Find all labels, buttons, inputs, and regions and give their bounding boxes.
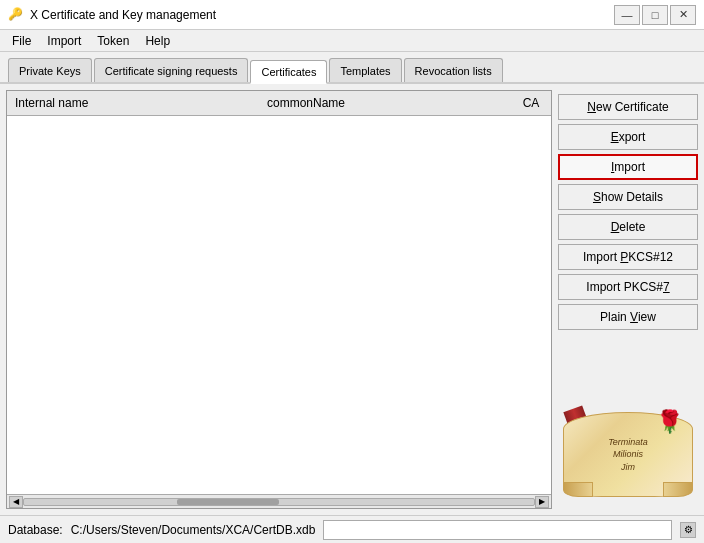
rose-icon: 🌹 bbox=[656, 409, 683, 435]
show-details-button[interactable]: Show Details bbox=[558, 184, 698, 210]
database-label: Database: bbox=[8, 523, 63, 537]
col-ca: CA bbox=[511, 94, 551, 112]
scroll-left-arrow[interactable]: ◀ bbox=[9, 496, 23, 508]
maximize-button[interactable]: □ bbox=[642, 5, 668, 25]
status-input[interactable] bbox=[323, 520, 672, 540]
logo-area: Terminata Milionis Jim 🌹 bbox=[558, 334, 698, 505]
app-icon: 🔑 bbox=[8, 7, 24, 23]
plain-view-button[interactable]: Plain View bbox=[558, 304, 698, 330]
scroll-text: Terminata Milionis Jim bbox=[608, 436, 648, 474]
col-internal-name: Internal name bbox=[7, 94, 259, 112]
tab-private-keys[interactable]: Private Keys bbox=[8, 58, 92, 82]
title-bar: 🔑 X Certificate and Key management — □ ✕ bbox=[0, 0, 704, 30]
import-pkcs7-button[interactable]: Import PKCS#7 bbox=[558, 274, 698, 300]
database-path: C:/Users/Steven/Documents/XCA/CertDB.xdb bbox=[71, 523, 316, 537]
tab-certificates[interactable]: Certificates bbox=[250, 60, 327, 84]
scroll-curl-right bbox=[663, 482, 693, 497]
table-header: Internal name commonName CA bbox=[7, 91, 551, 116]
new-certificate-button[interactable]: New Certificate bbox=[558, 94, 698, 120]
horizontal-scrollbar[interactable]: ◀ ▶ bbox=[7, 494, 551, 508]
scroll-thumb[interactable] bbox=[177, 499, 279, 505]
menu-help[interactable]: Help bbox=[137, 32, 178, 50]
export-button[interactable]: Export bbox=[558, 124, 698, 150]
menu-token[interactable]: Token bbox=[89, 32, 137, 50]
import-pkcs12-button[interactable]: Import PKCS#12 bbox=[558, 244, 698, 270]
table-body[interactable] bbox=[7, 116, 551, 494]
close-button[interactable]: ✕ bbox=[670, 5, 696, 25]
col-common-name: commonName bbox=[259, 94, 511, 112]
button-panel: New Certificate Export Import Show Detai… bbox=[558, 90, 698, 509]
menu-file[interactable]: File bbox=[4, 32, 39, 50]
menu-bar: File Import Token Help bbox=[0, 30, 704, 52]
scroll-track[interactable] bbox=[23, 498, 535, 506]
table-panel: Internal name commonName CA ◀ ▶ bbox=[6, 90, 552, 509]
title-bar-controls: — □ ✕ bbox=[614, 5, 696, 25]
title-bar-left: 🔑 X Certificate and Key management bbox=[8, 7, 216, 23]
status-icon: ⚙ bbox=[680, 522, 696, 538]
app-title: X Certificate and Key management bbox=[30, 8, 216, 22]
app-logo: Terminata Milionis Jim 🌹 bbox=[563, 407, 693, 497]
status-bar: Database: C:/Users/Steven/Documents/XCA/… bbox=[0, 515, 704, 543]
scroll-right-arrow[interactable]: ▶ bbox=[535, 496, 549, 508]
tab-revocation[interactable]: Revocation lists bbox=[404, 58, 503, 82]
tab-templates[interactable]: Templates bbox=[329, 58, 401, 82]
main-content: Internal name commonName CA ◀ ▶ New Cert… bbox=[0, 84, 704, 515]
delete-button[interactable]: Delete bbox=[558, 214, 698, 240]
tab-csr[interactable]: Certificate signing requests bbox=[94, 58, 249, 82]
scroll-curl-left bbox=[563, 482, 593, 497]
minimize-button[interactable]: — bbox=[614, 5, 640, 25]
import-button[interactable]: Import bbox=[558, 154, 698, 180]
tabs-bar: Private Keys Certificate signing request… bbox=[0, 52, 704, 84]
menu-import[interactable]: Import bbox=[39, 32, 89, 50]
